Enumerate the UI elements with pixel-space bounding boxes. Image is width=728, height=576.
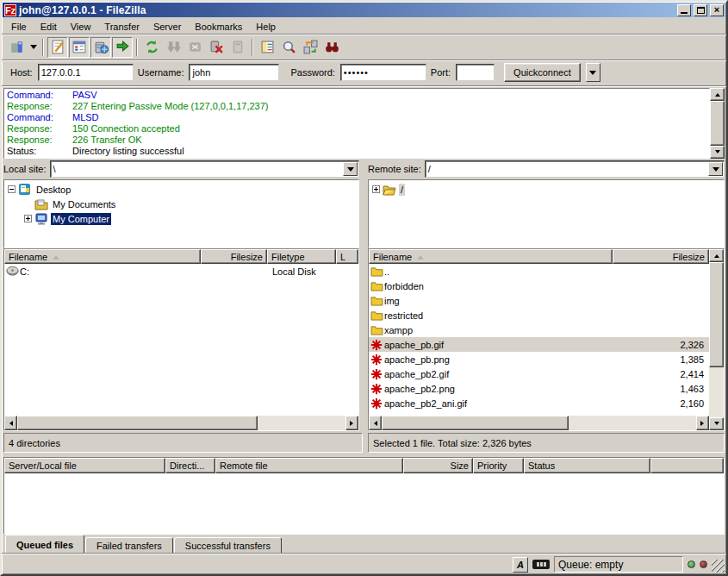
remote-hscrollbar[interactable] <box>369 416 709 430</box>
tree-label[interactable]: My Documents <box>51 198 117 210</box>
scroll-right-icon[interactable] <box>696 416 709 430</box>
synchronized-browsing-button[interactable] <box>300 37 320 58</box>
menu-file[interactable]: File <box>5 19 33 34</box>
scroll-right-icon[interactable] <box>345 416 358 430</box>
remote-file-row[interactable]: restricted <box>369 308 709 322</box>
tab-successful-transfers[interactable]: Successful transfers <box>174 537 282 553</box>
process-queue-button[interactable] <box>163 37 184 58</box>
maximize-button[interactable] <box>694 4 707 16</box>
column-header-filesize[interactable]: Filesize <box>201 249 267 264</box>
column-header-filename[interactable]: Filename <box>369 249 613 264</box>
image-file-icon <box>369 398 384 410</box>
username-input[interactable] <box>189 64 279 81</box>
port-input[interactable] <box>456 64 495 81</box>
remote-file-row[interactable]: apache_pb2_ani.gif2,160 <box>369 396 709 410</box>
local-tree: Desktop My Documents My Computer <box>3 179 359 248</box>
tree-item-my-documents[interactable]: My Documents <box>4 197 358 211</box>
column-header-filetype[interactable]: Filetype <box>267 249 336 264</box>
site-manager-button[interactable] <box>7 37 28 58</box>
column-header-status[interactable]: Status <box>524 458 650 473</box>
site-manager-dropdown[interactable] <box>28 37 39 58</box>
toggle-message-log-button[interactable] <box>47 37 68 58</box>
toggle-queue-button[interactable] <box>112 37 133 58</box>
scrollbar-thumb[interactable] <box>17 416 258 430</box>
column-header-lastmodified[interactable]: L <box>336 249 358 264</box>
scroll-down-icon[interactable] <box>710 146 725 159</box>
remote-file-row[interactable]: img <box>369 293 709 308</box>
collapse-icon[interactable] <box>8 185 16 193</box>
tree-label-selected-inactive[interactable]: / <box>399 184 405 196</box>
tree-item-desktop[interactable]: Desktop <box>4 182 358 197</box>
reconnect-button[interactable] <box>227 37 248 58</box>
password-input[interactable] <box>340 64 426 81</box>
disconnect-button[interactable] <box>206 37 227 58</box>
chevron-down-icon[interactable] <box>343 162 358 176</box>
password-label: Password: <box>290 67 334 78</box>
menu-bookmarks[interactable]: Bookmarks <box>189 19 248 34</box>
column-header-filesize[interactable]: Filesize <box>613 249 709 264</box>
scroll-down-icon[interactable] <box>709 417 724 430</box>
local-site-combo[interactable]: \ <box>50 160 359 178</box>
tab-queued-files[interactable]: Queued files <box>5 535 84 553</box>
remote-file-row[interactable]: apache_pb.png1,385 <box>369 352 709 366</box>
remote-file-row[interactable]: apache_pb2.png1,463 <box>369 381 709 396</box>
column-header-server-local-file[interactable]: Server/Local file <box>4 458 165 473</box>
tree-label-selected[interactable]: My Computer <box>51 213 111 225</box>
toggle-local-tree-button[interactable] <box>69 37 90 58</box>
log-text: Directory listing successful <box>72 146 184 157</box>
menu-view[interactable]: View <box>65 19 97 34</box>
toggle-remote-tree-button[interactable] <box>90 37 111 58</box>
folder-icon <box>369 266 384 277</box>
remote-file-row[interactable]: .. <box>369 264 709 279</box>
expand-icon[interactable] <box>24 215 32 222</box>
tab-failed-transfers[interactable]: Failed transfers <box>85 537 173 553</box>
scrollbar-thumb[interactable] <box>710 101 725 146</box>
title-bar[interactable]: Fz john@127.0.0.1 - FileZilla × <box>3 3 725 17</box>
refresh-button[interactable] <box>141 37 162 58</box>
column-header-direction[interactable]: Directi... <box>165 458 215 473</box>
scroll-up-icon[interactable] <box>710 88 725 101</box>
minimize-button[interactable] <box>677 4 691 16</box>
remote-file-row[interactable]: apache_pb2.gif2,414 <box>369 366 709 381</box>
tree-item-my-computer[interactable]: My Computer <box>4 211 358 226</box>
column-header-remote-file[interactable]: Remote file <box>215 458 403 473</box>
column-header-size[interactable]: Size <box>403 458 473 473</box>
remote-file-row[interactable]: forbidden <box>369 279 709 293</box>
menu-server[interactable]: Server <box>147 19 187 34</box>
remote-vscrollbar[interactable] <box>709 249 724 430</box>
quickconnect-button[interactable]: Quickconnect <box>504 63 581 82</box>
cancel-button[interactable] <box>184 37 205 58</box>
remote-list-header: Filename Filesize <box>369 249 709 264</box>
menu-help[interactable]: Help <box>250 19 282 34</box>
menu-transfer[interactable]: Transfer <box>98 19 146 34</box>
local-file-row[interactable]: C: Local Disk <box>4 264 358 279</box>
scrollbar-thumb[interactable] <box>709 262 724 367</box>
resize-grip[interactable] <box>712 560 725 573</box>
log-scrollbar[interactable] <box>710 88 725 159</box>
toolbar <box>2 35 726 60</box>
local-hscrollbar[interactable] <box>4 416 358 430</box>
menu-edit[interactable]: Edit <box>34 19 63 34</box>
column-header-priority[interactable]: Priority <box>473 458 524 473</box>
remote-file-row[interactable]: xampp <box>369 322 709 337</box>
scrollbar-thumb[interactable] <box>382 416 569 430</box>
find-files-button[interactable] <box>321 37 342 58</box>
chevron-down-icon[interactable] <box>708 162 723 176</box>
queue-tabs: Queued files Failed transfers Successful… <box>2 535 726 554</box>
scroll-left-icon[interactable] <box>369 416 382 430</box>
directory-filter-button[interactable] <box>257 37 277 58</box>
scroll-up-icon[interactable] <box>709 249 724 262</box>
close-button[interactable]: × <box>710 4 724 16</box>
host-input[interactable] <box>38 64 134 81</box>
expand-icon[interactable] <box>372 185 380 193</box>
quickconnect-dropdown[interactable] <box>586 63 600 82</box>
tree-label[interactable]: Desktop <box>34 184 72 196</box>
directory-comparison-button[interactable] <box>278 37 299 58</box>
scroll-left-icon[interactable] <box>4 416 17 430</box>
tree-item-root[interactable]: / <box>369 182 724 197</box>
remote-file-row-selected[interactable]: apache_pb.gif2,326 <box>369 337 709 352</box>
column-header-filename[interactable]: Filename <box>4 249 201 264</box>
remote-site-combo[interactable]: / <box>425 160 725 178</box>
message-log: Command:PASV Response:227 Entering Passi… <box>3 88 710 159</box>
file-name: C: <box>20 266 199 277</box>
